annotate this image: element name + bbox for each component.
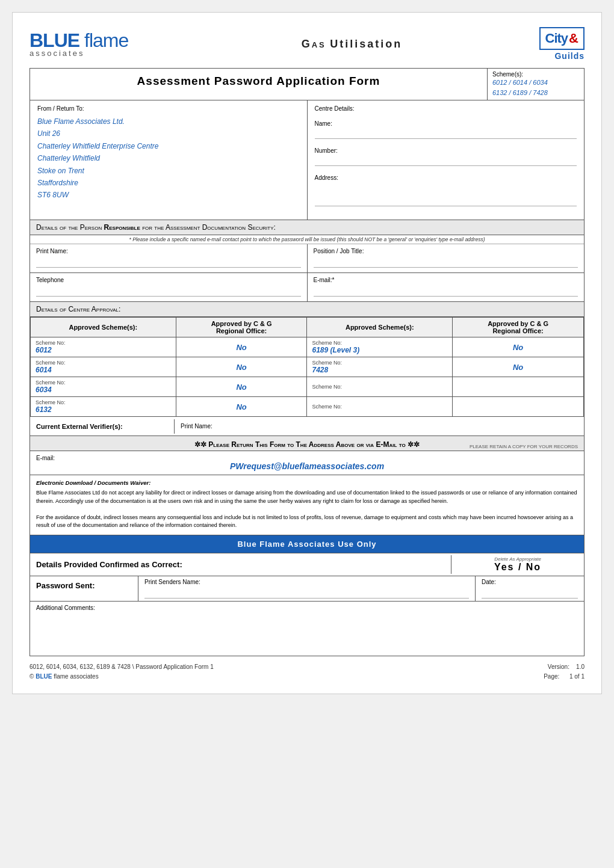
scheme-numbers: 6012 / 6014 / 60346132 / 6189 / 7428 <box>492 78 579 97</box>
delete-label: Delete As Appropriate <box>457 556 578 562</box>
scheme-right-1: Scheme No: 7428 <box>307 357 453 377</box>
scheme-info: Scheme(s): 6012 / 6014 / 60346132 / 6189… <box>488 69 584 100</box>
col3-header: Approved Scheme(s): <box>307 318 453 337</box>
approved-right-0: No <box>453 337 584 357</box>
responsible-header-text: Details of the Person Responsible for th… <box>36 223 276 232</box>
return-address: Blue Flame Associates Ltd. Unit 26 Chatt… <box>37 115 300 202</box>
email-label: E-mail:* <box>314 277 578 283</box>
centre-name-field: Name: <box>315 120 577 139</box>
header: BLUE flame associates Gas Utilisation Ci… <box>29 27 585 61</box>
footer-line2: © BLUE flame associates <box>29 672 214 682</box>
scheme-right-2: Scheme No: <box>307 377 453 397</box>
email-address: PWrequest@blueflameassociates.com <box>36 461 578 471</box>
verifier-print: Print Name: <box>175 420 584 432</box>
password-date: Date: <box>476 576 584 601</box>
col1-header: Approved Scheme(s): <box>31 318 176 337</box>
address-line5: Stoke on Trent <box>37 165 300 177</box>
main-form-box: Assessment Password Application Form Sch… <box>29 68 585 656</box>
footer-right: Version: 1.0 Page: 1 of 1 <box>544 662 585 682</box>
confirmed-right: Delete As Appropriate Yes / No <box>451 554 584 575</box>
password-row: Password Sent: Print Senders Name: Date: <box>30 576 584 602</box>
centre-name-input[interactable] <box>315 128 577 139</box>
password-date-input[interactable] <box>482 588 578 599</box>
logo-blue-text: BLUE <box>29 29 79 51</box>
position-input[interactable] <box>314 257 578 268</box>
col4-header: Approved by C & GRegional Office: <box>453 318 584 337</box>
approval-row-3: Scheme No: 6132 No Scheme No: <box>31 397 584 417</box>
approval-row-0: Scheme No: 6012 No Scheme No: 6189 (Leve… <box>31 337 584 357</box>
address-line4: Chatterley Whitfield <box>37 152 300 164</box>
responsible-section-header: Details of the Person Responsible for th… <box>30 220 584 235</box>
scheme-left-3: Scheme No: 6132 <box>31 397 176 417</box>
print-name-label: Print Name: <box>36 248 301 254</box>
verifier-print-label: Print Name: <box>181 423 212 429</box>
centre-approval-header: Details of Centre Approval: <box>30 302 584 317</box>
scheme-left-1: Scheme No: 6014 <box>31 357 176 377</box>
guilds-amp-text: & <box>569 31 578 46</box>
centre-address-label: Address: <box>315 174 577 181</box>
guilds-guilds-text: Guilds <box>554 51 585 61</box>
centre-column: Centre Details: Name: Number: Address: <box>308 100 585 220</box>
approval-table: Approved Scheme(s): Approved by C & GReg… <box>30 317 584 417</box>
email-input[interactable] <box>314 286 578 297</box>
centre-number-label: Number: <box>315 147 577 154</box>
telephone-input[interactable] <box>36 286 301 297</box>
approved-right-1: No <box>453 357 584 377</box>
scheme-label: Scheme(s): <box>492 71 579 78</box>
person-fields-row2: Telephone E-mail:* <box>30 273 584 302</box>
scheme-right-3: Scheme No: <box>307 397 453 417</box>
title-row: Assessment Password Application Form Sch… <box>30 69 584 100</box>
approved-left-1: No <box>176 357 307 377</box>
form-title: Assessment Password Application Form <box>30 69 488 100</box>
approved-left-3: No <box>176 397 307 417</box>
approved-right-3 <box>453 397 584 417</box>
page: BLUE flame associates Gas Utilisation Ci… <box>12 12 602 694</box>
address-line1: Blue Flame Associates Ltd. <box>37 115 300 128</box>
telephone-label: Telephone <box>36 277 301 283</box>
logo-flame-text: flame <box>79 29 128 51</box>
from-centre-row: From / Return To: Blue Flame Associates … <box>30 100 584 220</box>
approval-row-1: Scheme No: 6014 No Scheme No: 7428 No <box>31 357 584 377</box>
additional-comments-label: Additional Comments: <box>36 605 578 611</box>
waiver-title: Electronic Download / Documents Waiver: <box>36 479 578 487</box>
additional-comments-row: Additional Comments: <box>30 602 584 656</box>
centre-number-field: Number: <box>315 147 577 166</box>
page-title-header: Gas Utilisation <box>128 38 539 51</box>
password-print-label: Print Senders Name: <box>144 579 469 585</box>
position-field: Position / Job Title: <box>308 244 585 272</box>
from-column: From / Return To: Blue Flame Associates … <box>30 100 308 220</box>
position-label: Position / Job Title: <box>314 248 578 254</box>
scheme-left-2: Scheme No: 6034 <box>31 377 176 397</box>
verifier-label: Current External Verifier(s): <box>30 419 175 434</box>
return-banner: ✲✲ Please Return This Form to The Addres… <box>30 436 584 451</box>
confirmed-label: Details Provided Confirmed as Correct: <box>30 555 451 574</box>
title-util: Utilisation <box>330 38 402 50</box>
print-name-field: Print Name: <box>30 244 308 272</box>
scheme-right-0: Scheme No: 6189 (Level 3) <box>307 337 453 357</box>
address-line3: Chatterley Whitfield Enterprise Centre <box>37 140 300 152</box>
responsible-bold: Responsible <box>104 223 140 232</box>
address-line7: ST6 8UW <box>37 189 300 201</box>
password-print-input[interactable] <box>144 588 469 599</box>
footer-line1: 6012, 6014, 6034, 6132, 6189 & 7428 \ Pa… <box>29 662 214 672</box>
footer-page: Page: 1 of 1 <box>544 672 585 682</box>
person-fields-row1: Print Name: Position / Job Title: <box>30 244 584 273</box>
approved-left-0: No <box>176 337 307 357</box>
page-footer: 6012, 6014, 6034, 6132, 6189 & 7428 \ Pa… <box>29 662 585 682</box>
print-name-input[interactable] <box>36 257 301 268</box>
centre-address-input[interactable] <box>315 182 577 206</box>
centre-number-input[interactable] <box>315 155 577 166</box>
waiver-text2: For the avoidance of doubt, indirect los… <box>36 514 578 530</box>
waiver-text1: Blue Flame Associates Ltd do not accept … <box>36 489 578 505</box>
approval-row-2: Scheme No: 6034 No Scheme No: <box>31 377 584 397</box>
responsible-note: * Please include a specific named e-mail… <box>30 235 584 244</box>
centre-details-label: Centre Details: <box>315 105 577 112</box>
guilds-city-text: City <box>545 31 568 46</box>
address-line6: Staffordshire <box>37 177 300 189</box>
telephone-field: Telephone <box>30 273 308 301</box>
email-field: E-mail:* <box>308 273 585 301</box>
blue-flame-logo: BLUE flame associates <box>29 31 128 58</box>
title-gas: Gas <box>302 38 326 50</box>
scheme-left-0: Scheme No: 6012 <box>31 337 176 357</box>
footer-version: Version: 1.0 <box>544 662 585 672</box>
